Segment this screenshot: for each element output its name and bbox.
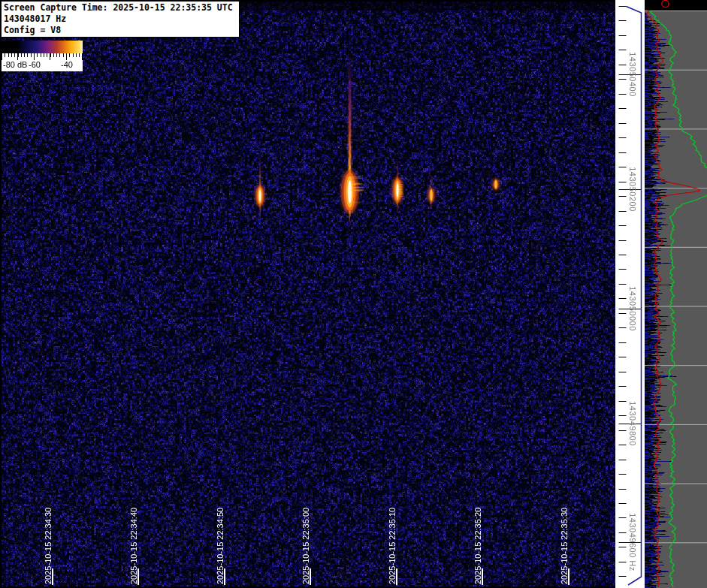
frequency-axis-label: 143049600 Hz: [628, 513, 637, 571]
colorbar-gradient: [2, 41, 83, 53]
spectrum-graph-panel: [645, 0, 707, 588]
colorbar-ticks: [2, 53, 83, 60]
time-axis-tick: [568, 568, 570, 585]
time-axis-tick: [482, 568, 483, 585]
capture-info-box: Screen Capture Time: 2025-10-15 22:35:35…: [1, 1, 240, 38]
time-axis-tick: [224, 568, 225, 585]
frequency-axis-label: 143049800: [628, 401, 637, 446]
colorbar-label-mid: -60: [29, 60, 41, 69]
time-axis-tick: [396, 568, 397, 585]
intensity-colorbar: -80 dB -60 -40: [2, 41, 83, 71]
waterfall-spectrogram: [2, 2, 615, 586]
frequency-axis-label: 143050200: [628, 167, 637, 212]
frequency-line: 143048017 Hz: [4, 14, 237, 25]
time-axis-tick: [310, 568, 311, 585]
spectrum-lab-screen-capture: Screen Capture Time: 2025-10-15 22:35:35…: [0, 0, 707, 588]
time-axis-tick: [52, 568, 53, 585]
time-axis-tick: [137, 568, 139, 585]
config-line: Config = V8: [4, 25, 237, 36]
frequency-axis-label: 143050000: [628, 286, 637, 331]
colorbar-label-max: -40: [61, 60, 73, 69]
capture-time-line: Screen Capture Time: 2025-10-15 22:35:35…: [4, 2, 237, 14]
colorbar-label-min: -80 dB: [3, 60, 27, 69]
frequency-axis-label: 143050400: [628, 52, 637, 97]
colorbar-labels: -80 dB -60 -40: [2, 60, 83, 71]
